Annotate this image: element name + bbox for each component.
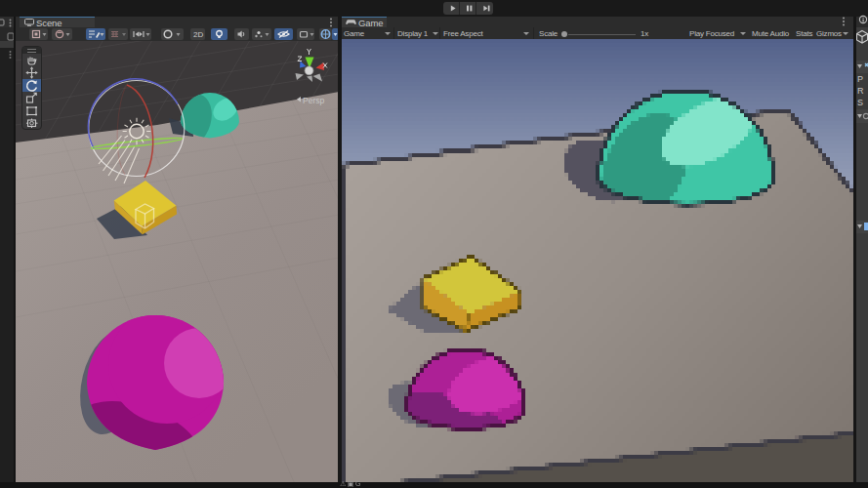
svg-text:2D: 2D bbox=[193, 30, 203, 39]
svg-text:S: S bbox=[857, 98, 863, 107]
svg-text:Persp: Persp bbox=[303, 96, 324, 105]
svg-text:R: R bbox=[857, 86, 864, 96]
svg-text:P: P bbox=[857, 74, 863, 84]
